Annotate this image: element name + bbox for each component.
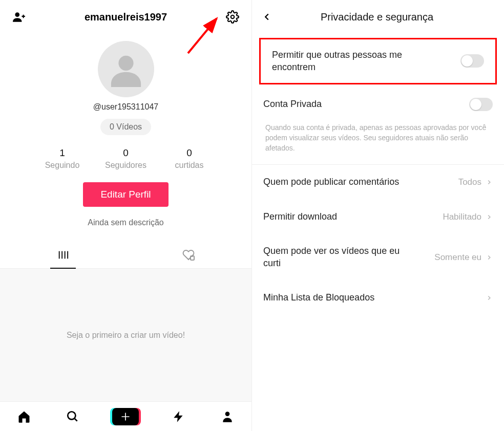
- profile-header: emanuelreis1997: [0, 0, 251, 31]
- empty-feed-area: Seja o primeiro a criar um vídeo!: [0, 269, 251, 401]
- chevron-right-icon: [486, 179, 493, 186]
- svg-point-0: [15, 12, 19, 17]
- chevron-right-icon: [486, 213, 493, 221]
- row-blocked-list[interactable]: Minha Lista de Bloqueados: [252, 281, 504, 315]
- toggle-find-me-row: Permitir que outras pessoas me encontrem: [259, 38, 497, 84]
- profile-content: @user195311047 0 Vídeos 1 Seguindo 0 Seg…: [0, 31, 251, 227]
- stat-label: Seguidores: [105, 161, 146, 170]
- videos-count-pill[interactable]: 0 Vídeos: [100, 119, 151, 135]
- row-liked-videos-label: Quem pode ver os vídeos que eu curti: [263, 245, 417, 269]
- svg-point-11: [225, 412, 229, 416]
- back-icon[interactable]: [259, 9, 275, 25]
- svg-point-3: [118, 56, 133, 71]
- stat-count: 0: [186, 147, 192, 159]
- profile-handle: @user195311047: [93, 102, 158, 112]
- privacy-header: Privacidade e segurança: [252, 0, 504, 31]
- toggle-private-account-switch[interactable]: [469, 98, 493, 111]
- profile-tabs: [0, 242, 251, 269]
- row-liked-videos[interactable]: Quem pode ver os vídeos que eu curti Som…: [252, 234, 504, 281]
- stat-label: Seguindo: [45, 161, 80, 170]
- settings-body: Permitir que outras pessoas me encontrem…: [252, 31, 504, 315]
- nav-home-icon[interactable]: [15, 408, 33, 425]
- profile-screen: emanuelreis1997 @user195311047 0 Vídeos …: [0, 0, 252, 431]
- stat-following[interactable]: 1 Seguindo: [39, 147, 86, 170]
- row-comments[interactable]: Quem pode publicar comentários Todos: [252, 165, 504, 199]
- toggle-private-account-row: Conta Privada: [252, 89, 504, 120]
- profile-username: emanuelreis1997: [85, 11, 167, 23]
- nav-search-icon[interactable]: [64, 408, 81, 425]
- edit-profile-button[interactable]: Editar Perfil: [83, 182, 168, 207]
- row-download[interactable]: Permitir download Habilitado: [252, 200, 504, 234]
- row-blocked-list-label: Minha Lista de Bloqueados: [263, 292, 374, 304]
- private-account-subtext: Quando sua conta é privada, apenas as pe…: [252, 120, 504, 165]
- row-download-label: Permitir download: [263, 211, 337, 223]
- stat-count: 0: [123, 147, 129, 159]
- stat-likes[interactable]: 0 curtidas: [166, 147, 213, 170]
- no-description-text: Ainda sem descrição: [88, 218, 164, 227]
- row-download-value: Habilitado: [443, 212, 481, 222]
- settings-gear-icon[interactable]: [225, 9, 240, 25]
- empty-feed-text: Seja o primeiro a criar um vídeo!: [67, 331, 185, 340]
- row-comments-value: Todos: [458, 177, 481, 187]
- svg-point-9: [68, 412, 75, 419]
- privacy-settings-screen: Privacidade e segurança Permitir que out…: [252, 0, 504, 431]
- row-liked-videos-value: Somente eu: [434, 252, 481, 263]
- avatar-placeholder[interactable]: [98, 41, 154, 97]
- nav-profile-icon[interactable]: [219, 408, 236, 425]
- nav-notifications-icon[interactable]: [170, 408, 187, 425]
- nav-create-button[interactable]: [112, 408, 139, 425]
- add-friend-icon[interactable]: [11, 9, 27, 25]
- svg-line-10: [74, 418, 77, 421]
- tab-feed-icon[interactable]: [0, 242, 126, 268]
- toggle-find-me-switch[interactable]: [460, 54, 484, 68]
- chevron-right-icon: [486, 254, 493, 261]
- stat-followers[interactable]: 0 Seguidores: [103, 147, 149, 170]
- stat-count: 1: [59, 147, 65, 159]
- privacy-title: Privacidade e segurança: [275, 11, 495, 23]
- stats-row: 1 Seguindo 0 Seguidores 0 curtidas: [39, 147, 213, 170]
- toggle-find-me-label: Permitir que outras pessoas me encontrem: [272, 49, 436, 74]
- stat-label: curtidas: [175, 161, 203, 170]
- toggle-private-account-label: Conta Privada: [263, 98, 322, 110]
- tab-liked-icon[interactable]: [126, 242, 252, 268]
- svg-point-1: [231, 15, 235, 19]
- bottom-nav: [0, 401, 251, 431]
- chevron-right-icon: [486, 294, 493, 301]
- row-comments-label: Quem pode publicar comentários: [263, 176, 399, 188]
